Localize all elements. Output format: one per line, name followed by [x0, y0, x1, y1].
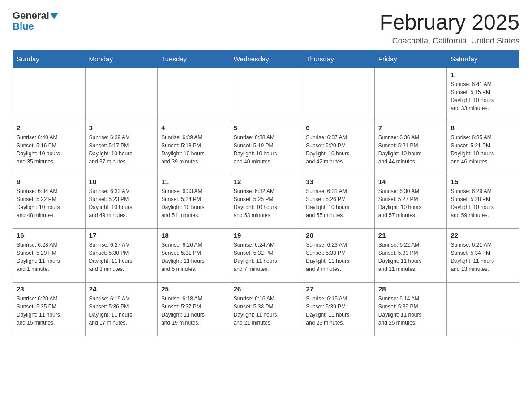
day-number: 27: [306, 285, 371, 293]
day-info: Sunrise: 6:15 AMSunset: 5:39 PMDaylight:…: [306, 295, 371, 327]
day-info: Sunrise: 6:27 AMSunset: 5:30 PMDaylight:…: [89, 241, 154, 273]
day-info: Sunrise: 6:35 AMSunset: 5:21 PMDaylight:…: [450, 133, 515, 166]
week-row-2: 2Sunrise: 6:40 AMSunset: 5:16 PMDaylight…: [13, 121, 519, 175]
calendar-cell: 4Sunrise: 6:39 AMSunset: 5:18 PMDaylight…: [158, 121, 230, 175]
day-info: Sunrise: 6:41 AMSunset: 5:15 PMDaylight:…: [450, 80, 515, 112]
day-info: Sunrise: 6:32 AMSunset: 5:25 PMDaylight:…: [234, 187, 299, 219]
calendar-cell: 17Sunrise: 6:27 AMSunset: 5:30 PMDayligh…: [85, 229, 158, 283]
day-number: 28: [378, 285, 443, 293]
calendar-cell: 3Sunrise: 6:39 AMSunset: 5:17 PMDaylight…: [85, 121, 158, 175]
calendar-cell: 10Sunrise: 6:33 AMSunset: 5:23 PMDayligh…: [85, 175, 158, 229]
day-info: Sunrise: 6:39 AMSunset: 5:17 PMDaylight:…: [89, 133, 154, 166]
day-number: 4: [161, 124, 226, 132]
day-info: Sunrise: 6:34 AMSunset: 5:22 PMDaylight:…: [17, 187, 82, 219]
day-number: 19: [234, 231, 299, 239]
day-info: Sunrise: 6:23 AMSunset: 5:33 PMDaylight:…: [306, 241, 371, 273]
calendar-title: February 2025: [380, 11, 519, 34]
day-info: Sunrise: 6:39 AMSunset: 5:18 PMDaylight:…: [161, 133, 226, 166]
calendar-cell: 16Sunrise: 6:28 AMSunset: 5:29 PMDayligh…: [13, 229, 86, 283]
day-number: 20: [306, 231, 371, 239]
calendar-cell: 9Sunrise: 6:34 AMSunset: 5:22 PMDaylight…: [13, 175, 86, 229]
calendar-cell: 24Sunrise: 6:19 AMSunset: 5:36 PMDayligh…: [85, 283, 158, 336]
weekday-header-monday: Monday: [85, 50, 158, 68]
day-info: Sunrise: 6:20 AMSunset: 5:35 PMDaylight:…: [17, 295, 82, 327]
day-info: Sunrise: 6:19 AMSunset: 5:36 PMDaylight:…: [89, 295, 154, 327]
day-info: Sunrise: 6:28 AMSunset: 5:29 PMDaylight:…: [17, 241, 82, 273]
day-number: 5: [234, 124, 299, 132]
day-info: Sunrise: 6:21 AMSunset: 5:34 PMDaylight:…: [450, 241, 515, 273]
calendar-cell: 19Sunrise: 6:24 AMSunset: 5:32 PMDayligh…: [230, 229, 302, 283]
calendar-cell: 8Sunrise: 6:35 AMSunset: 5:21 PMDaylight…: [447, 121, 519, 175]
day-number: 17: [89, 231, 154, 239]
page-header: General Blue February 2025 Coachella, Ca…: [13, 11, 519, 46]
day-number: 7: [378, 124, 443, 132]
day-number: 6: [306, 124, 371, 132]
logo-icon: [50, 13, 58, 19]
calendar-cell: [230, 68, 302, 121]
calendar-cell: 13Sunrise: 6:31 AMSunset: 5:26 PMDayligh…: [302, 175, 375, 229]
day-number: 25: [161, 285, 226, 293]
day-number: 18: [161, 231, 226, 239]
calendar-cell: 15Sunrise: 6:29 AMSunset: 5:28 PMDayligh…: [447, 175, 519, 229]
day-info: Sunrise: 6:29 AMSunset: 5:28 PMDaylight:…: [450, 187, 515, 219]
day-info: Sunrise: 6:14 AMSunset: 5:39 PMDaylight:…: [378, 295, 443, 327]
day-info: Sunrise: 6:36 AMSunset: 5:21 PMDaylight:…: [378, 133, 443, 166]
week-row-1: 1Sunrise: 6:41 AMSunset: 5:15 PMDaylight…: [13, 68, 519, 121]
day-number: 23: [17, 285, 82, 293]
weekday-header-sunday: Sunday: [13, 50, 86, 68]
week-row-4: 16Sunrise: 6:28 AMSunset: 5:29 PMDayligh…: [13, 229, 519, 283]
calendar-cell: 21Sunrise: 6:22 AMSunset: 5:33 PMDayligh…: [374, 229, 447, 283]
day-info: Sunrise: 6:33 AMSunset: 5:24 PMDaylight:…: [161, 187, 226, 219]
day-number: 15: [450, 178, 515, 185]
calendar-cell: 26Sunrise: 6:16 AMSunset: 5:38 PMDayligh…: [230, 283, 302, 336]
logo-area: General Blue: [13, 11, 58, 32]
calendar-cell: 28Sunrise: 6:14 AMSunset: 5:39 PMDayligh…: [374, 283, 447, 336]
calendar-cell: 14Sunrise: 6:30 AMSunset: 5:27 PMDayligh…: [374, 175, 447, 229]
day-number: 8: [450, 124, 515, 132]
calendar-subtitle: Coachella, California, United States: [380, 36, 519, 46]
day-number: 14: [378, 178, 443, 185]
day-number: 9: [17, 178, 82, 185]
weekday-header-thursday: Thursday: [302, 50, 375, 68]
day-number: 12: [234, 178, 299, 185]
calendar-cell: 1Sunrise: 6:41 AMSunset: 5:15 PMDaylight…: [447, 68, 519, 121]
day-number: 10: [89, 178, 154, 185]
weekday-header-saturday: Saturday: [447, 50, 519, 68]
day-number: 26: [234, 285, 299, 293]
calendar-cell: [302, 68, 375, 121]
calendar-cell: 7Sunrise: 6:36 AMSunset: 5:21 PMDaylight…: [374, 121, 447, 175]
calendar-cell: 11Sunrise: 6:33 AMSunset: 5:24 PMDayligh…: [158, 175, 230, 229]
calendar-cell: 20Sunrise: 6:23 AMSunset: 5:33 PMDayligh…: [302, 229, 375, 283]
day-info: Sunrise: 6:38 AMSunset: 5:19 PMDaylight:…: [234, 133, 299, 166]
calendar-cell: [447, 283, 519, 336]
day-info: Sunrise: 6:26 AMSunset: 5:31 PMDaylight:…: [161, 241, 226, 273]
calendar-cell: 18Sunrise: 6:26 AMSunset: 5:31 PMDayligh…: [158, 229, 230, 283]
weekday-header-friday: Friday: [374, 50, 447, 68]
week-row-3: 9Sunrise: 6:34 AMSunset: 5:22 PMDaylight…: [13, 175, 519, 229]
calendar-table: SundayMondayTuesdayWednesdayThursdayFrid…: [13, 50, 519, 337]
weekday-header-tuesday: Tuesday: [158, 50, 230, 68]
weekday-header-row: SundayMondayTuesdayWednesdayThursdayFrid…: [13, 50, 519, 68]
day-number: 22: [450, 231, 515, 239]
day-number: 24: [89, 285, 154, 293]
day-info: Sunrise: 6:40 AMSunset: 5:16 PMDaylight:…: [17, 133, 82, 166]
day-number: 3: [89, 124, 154, 132]
day-info: Sunrise: 6:24 AMSunset: 5:32 PMDaylight:…: [234, 241, 299, 273]
calendar-cell: [13, 68, 86, 121]
day-number: 2: [17, 124, 82, 132]
day-number: 16: [17, 231, 82, 239]
logo-text-general: General: [13, 10, 49, 21]
calendar-cell: 12Sunrise: 6:32 AMSunset: 5:25 PMDayligh…: [230, 175, 302, 229]
weekday-header-wednesday: Wednesday: [230, 50, 302, 68]
calendar-cell: 27Sunrise: 6:15 AMSunset: 5:39 PMDayligh…: [302, 283, 375, 336]
calendar-cell: 22Sunrise: 6:21 AMSunset: 5:34 PMDayligh…: [447, 229, 519, 283]
calendar-cell: 6Sunrise: 6:37 AMSunset: 5:20 PMDaylight…: [302, 121, 375, 175]
calendar-cell: 25Sunrise: 6:18 AMSunset: 5:37 PMDayligh…: [158, 283, 230, 336]
calendar-cell: 23Sunrise: 6:20 AMSunset: 5:35 PMDayligh…: [13, 283, 86, 336]
day-info: Sunrise: 6:16 AMSunset: 5:38 PMDaylight:…: [234, 295, 299, 327]
day-info: Sunrise: 6:18 AMSunset: 5:37 PMDaylight:…: [161, 295, 226, 327]
day-info: Sunrise: 6:37 AMSunset: 5:20 PMDaylight:…: [306, 133, 371, 166]
day-info: Sunrise: 6:31 AMSunset: 5:26 PMDaylight:…: [306, 187, 371, 219]
title-area: February 2025 Coachella, California, Uni…: [380, 11, 519, 46]
logo-text-blue: Blue: [13, 21, 34, 32]
